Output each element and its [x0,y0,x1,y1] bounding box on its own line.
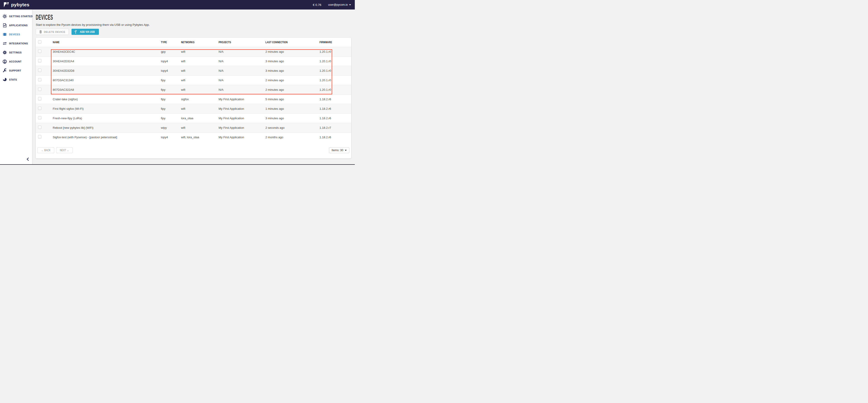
cell-firmware: 1.18.2.r6 [319,104,351,113]
row-checkbox[interactable] [38,88,41,91]
page-subtitle: Start to explore the Pycom devices by pr… [36,23,351,27]
user-email: user@pycom.io [328,3,348,6]
back-button[interactable]: ← BACK [37,147,54,153]
cell-networks: wifi [181,104,219,113]
cell-type: fipy [161,104,181,113]
sidebar-item-support[interactable]: SUPPORT [0,66,32,75]
sidebar-item-label: SUPPORT [9,69,21,72]
cell-last-connection: 3 minutes ago [266,56,319,66]
sidebar-item-label: SETTINGS [9,51,22,54]
cell-last-connection: 2 seconds ago [266,123,319,132]
cell-projects: My First Application [219,123,266,132]
cell-type: fipy [161,94,181,104]
window-bottom-edge [0,164,355,165]
add-via-usb-label: ADD VIA USB [80,30,95,33]
sidebar-item-label: APPLICATIONS [9,24,28,27]
sidebar-item-label: GETTING STARTED [9,15,33,18]
cell-projects: My First Application [219,132,266,142]
cell-type: wipy [161,123,181,132]
sidebar-item-getting-started[interactable]: GETTING STARTED [0,12,32,21]
table-row[interactable]: 807D3AC31340 fipy wifi N/A 2 minutes ago… [36,75,351,85]
cell-name: Sigfox-test (with Pysense) - [pastoor pe… [53,132,161,142]
delete-device-label: DELETE DEVICE [44,31,65,33]
cell-firmware: 1.20.1.r0 [319,85,351,94]
table-row[interactable]: 30AEA42D32D8 lopy4 wifi N/A 3 minutes ag… [36,66,351,75]
row-checkbox[interactable] [38,59,41,62]
column-header-networks: NETWORKS [181,38,219,47]
items-per-page-label: Items: 30 [332,149,343,152]
sidebar: GETTING STARTED APPLICATIONS DEVICES INT… [0,9,32,164]
select-all-checkbox[interactable] [38,40,41,44]
code-document-icon [2,23,7,28]
sidebar-collapse-chevron-icon[interactable] [27,157,29,162]
cell-last-connection: 2 minutes ago [266,85,319,94]
cell-projects: N/A [219,75,266,85]
cell-type: fipy [161,75,181,85]
cell-last-connection: 5 minutes ago [266,94,319,104]
cell-name: Reboot [new pybytes lib] (WiFi) [53,123,161,132]
table-row[interactable]: 807D3AC322A8 fipy wifi N/A 2 minutes ago… [36,85,351,94]
table-row[interactable]: 30AEA42CEC4C gpy wifi N/A 2 minutes ago … [36,47,351,56]
account-balance: € 0.76 [313,3,321,6]
cell-last-connection: 3 minutes ago [266,66,319,75]
table-header-row: NAME TYPE NETWORKS PROJECTS LAST CONNECT… [36,38,351,47]
cell-type: lopy4 [161,132,181,142]
main-content: DEVICES Start to explore the Pycom devic… [32,9,355,164]
sidebar-item-account[interactable]: ACCOUNT [0,57,32,66]
gear-icon [2,50,7,55]
sidebar-item-stats[interactable]: STATS [0,75,32,84]
cell-name: Crater-lake (sigfox) [53,94,161,104]
cell-name: First flight sigfox (Wi-Fi) [53,104,161,113]
table-row[interactable]: Fresh-new-fipy (LoRa) fipy lora_otaa My … [36,113,351,123]
table-row[interactable]: Crater-lake (sigfox) fipy sigfox My Firs… [36,94,351,104]
cell-networks: wifi [181,56,219,66]
cell-networks: wifi [181,85,219,94]
sidebar-item-devices[interactable]: DEVICES [0,30,32,39]
row-checkbox[interactable] [38,135,41,138]
cell-name: Fresh-new-fipy (LoRa) [53,113,161,123]
row-checkbox[interactable] [38,106,41,110]
row-checkbox[interactable] [38,78,41,82]
table-footer: ← BACK NEXT → Items: 30 [36,142,351,158]
sidebar-item-label: STATS [9,78,17,81]
add-via-usb-button[interactable]: ADD VIA USB [71,29,99,35]
pybytes-logo[interactable]: pybytes [4,2,29,7]
cell-projects: My First Application [219,113,266,123]
cell-type: fipy [161,85,181,94]
cell-firmware: 1.18.2.r7 [319,123,351,132]
items-per-page-dropdown[interactable]: Items: 30 [329,147,349,153]
row-checkbox[interactable] [38,126,41,129]
row-checkbox[interactable] [38,97,41,100]
delete-device-button[interactable]: DELETE DEVICE [36,29,69,35]
table-row[interactable]: Reboot [new pybytes lib] (WiFi) wipy wif… [36,123,351,132]
table-row[interactable]: Sigfox-test (with Pysense) - [pastoor pe… [36,132,351,142]
table-row[interactable]: First flight sigfox (Wi-Fi) fipy wifi My… [36,104,351,113]
cell-networks: lora_otaa [181,113,219,123]
row-checkbox[interactable] [38,116,41,120]
cell-last-connection: 2 months ago [266,132,319,142]
cell-type: lopy4 [161,66,181,75]
column-header-firmware: FIRMWARE [319,38,351,47]
row-checkbox[interactable] [38,50,41,53]
row-checkbox[interactable] [38,68,41,72]
user-menu[interactable]: user@pycom.io [328,3,351,6]
cell-firmware: 1.20.1.r0 [319,56,351,66]
cell-networks: wifi [181,66,219,75]
cell-projects: N/A [219,66,266,75]
cell-networks: wifi, lora_otaa [181,132,219,142]
next-button[interactable]: NEXT → [56,147,73,153]
chevron-down-icon [349,4,351,5]
sidebar-item-settings[interactable]: SETTINGS [0,48,32,57]
cell-type: fipy [161,113,181,123]
cell-last-connection: 2 minutes ago [266,47,319,56]
cell-type: lopy4 [161,56,181,66]
cell-firmware: 1.18.2.r6 [319,113,351,123]
top-bar: pybytes € 0.76 user@pycom.io [0,0,355,9]
table-row[interactable]: 30AEA42D32A4 lopy4 wifi N/A 3 minutes ag… [36,56,351,66]
cell-last-connection: 2 minutes ago [266,75,319,85]
cell-firmware: 1.18.2.r6 [319,132,351,142]
swap-arrows-icon [2,41,7,46]
sidebar-item-applications[interactable]: APPLICATIONS [0,21,32,30]
sidebar-item-integrations[interactable]: INTEGRATIONS [0,39,32,48]
cell-projects: My First Application [219,104,266,113]
